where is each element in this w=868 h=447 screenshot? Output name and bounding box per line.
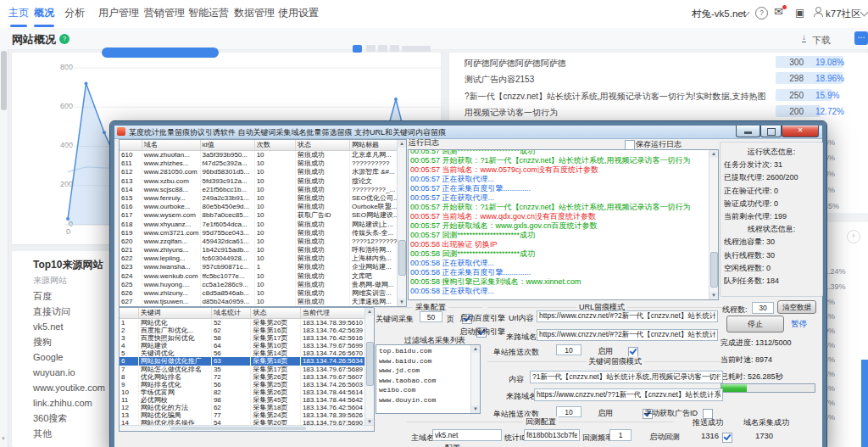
source-list-item[interactable]: www.youtike.com [33,380,105,395]
table-row[interactable]: 6网站如何做优化推广63采集第18页183.134.74.26:5634 [120,357,374,365]
window-titlebar[interactable]: 某度统计批量留痕协议引诱软件 自动关键词采集域名批量筛选留痕 支持URL和关键词… [114,126,822,139]
column-header[interactable] [120,140,142,150]
source-list-item[interactable]: 直接访问 [33,304,105,319]
next-arrow-icon[interactable]: › [847,230,860,243]
help-badge-icon[interactable]: ? [59,34,70,44]
log-scrollbar[interactable]: ▲ ▼ [709,150,718,299]
source-list-item[interactable]: 360搜索 [33,411,105,426]
minimize-button[interactable] [736,126,760,137]
table-row[interactable]: 9网站排名优化56采集第25页183.134.74.26:5603 [120,381,374,388]
pages-input[interactable] [420,311,442,322]
pause-link[interactable]: 暂停 [791,319,807,330]
table-row[interactable]: 618www.xhyuanz...7e1f6054dca...10留痕成功网站建… [120,221,406,229]
table-row[interactable]: 2百度推广和优化...62采集第16页183.134.76.42:5639 [120,327,374,334]
table-row[interactable]: 611www.zhizhes...f47d25c392a...10留痕成功???… [120,159,406,168]
table-row[interactable]: 5关键词优化56采集第14页183.134.74.26:5670 [120,349,374,357]
source-list-item[interactable]: 其他 [33,426,105,441]
column-header[interactable]: 域名统计 [212,308,252,318]
close-button[interactable]: ✕ [782,126,819,137]
scroll-down-arrow[interactable]: ▼ [471,405,480,413]
filter-domain-item[interactable]: weibo.com [379,385,477,395]
table-row[interactable]: 614www.scjsc88...e21f56bcc1b...10留痕成功???… [120,186,406,194]
table-row[interactable]: 4网站建设64采集第10页183.134.79.67:5699 [120,342,374,349]
table-row[interactable]: 617www.wysem.com8bb7a0cec85...10获取广告iDSE… [120,211,406,220]
table-row[interactable]: 13网站优化骗局77采集第24页183.134.78.39:5626 [120,411,374,419]
table-row[interactable]: 11必优网校98采集第45页183.134.78.44:5642 [120,396,374,404]
stat-id-input[interactable] [524,429,580,441]
domain-table-scrollbar[interactable]: ▲ ▼ [397,140,406,306]
table-row[interactable]: 622www.lepiing...fc603044928...10留痕成功上海林… [120,254,406,263]
nav-marketing[interactable]: 营销管理 [144,6,185,20]
table-row[interactable]: 12网站优化的方法62采集第18页183.134.76.42:5604 [120,404,374,411]
backtest-enable-checkbox[interactable] [722,433,732,443]
nav-data[interactable]: 数据管理 [234,6,275,20]
list-item[interactable]: 阿萨德阿萨德阿萨德阿萨德 [465,58,776,70]
source-list-item[interactable]: wuyuan.io [33,365,105,380]
listbox-scrollbar[interactable]: ▲ ▼ [470,345,480,413]
url-content-input[interactable] [537,310,718,322]
kw-push-count-input[interactable] [556,406,581,417]
scrollbar-thumb[interactable] [170,427,306,430]
table-row[interactable]: 613www.xzbu.com5fd393c912a...10留痕成功搜论文 [120,177,406,186]
community-link[interactable]: k77社区 [826,8,861,20]
nav-users[interactable]: 用户管理 [98,6,139,20]
keyword-table-hscrollbar[interactable] [120,425,374,431]
page-scrollbar-thumb[interactable] [1,51,7,110]
table-row[interactable]: 624www.wenkub.comffc5bc1077e...10留痕成功文库吧 [120,272,406,281]
account-name[interactable]: 村兔-vk5.net [692,8,746,20]
clear-data-button[interactable]: 清空数据 [777,300,816,314]
filter-domain-item[interactable]: top.baidu.com [379,346,477,356]
column-header[interactable] [120,308,139,318]
list-item[interactable]: ?新一代【cnzzv.net】站长统计系统,用视频记录访客一切行为!实时数据,支… [465,91,776,103]
column-header[interactable]: 当前代理 [301,308,374,318]
stop-button[interactable]: 停止 [726,316,784,332]
source-list-item[interactable]: Google [33,349,105,365]
gift-icon[interactable]: ▣ [795,7,804,19]
filter-domain-listbox[interactable]: top.baidu.comwww.baidu.comwww.jd.comwww.… [376,344,481,414]
range-button-hour[interactable] [366,45,376,52]
source-list-item[interactable]: vk5.net [33,319,105,334]
run-log-box[interactable]: 00:05:57 回测*********************成功00:05:… [408,149,719,300]
table-row[interactable]: 619www.cm3721.com95d755ce043...10留痕成功传媒头… [120,229,406,237]
nav-home[interactable]: 主页 [8,6,29,20]
nav-overview[interactable]: 概况 [34,6,54,20]
nav-settings[interactable]: 使用设置 [278,6,319,20]
list-item[interactable]: 用视频记录访客一切行为 [465,107,776,119]
thread-count-input[interactable] [752,302,774,314]
kw-content-input[interactable] [530,371,723,383]
source-list-item[interactable]: link.zhihu.com [33,395,105,411]
scroll-up-arrow[interactable]: ▲ [471,345,480,353]
table-row[interactable]: 626www.zhizuny...c8d5a8546ab...10留痕成功网维实… [120,289,406,298]
nav-analysis[interactable]: 分析 [64,6,85,20]
table-row[interactable]: 7网站怎么做优化排名35采集第17页183.134.79.67:5689 [120,366,374,373]
table-row[interactable]: 621www.zhiyuns...1b42c915adb...10留痕成功呼和浩… [120,246,406,254]
chat-icon[interactable]: ⋯ [854,31,868,45]
scroll-down-arrow[interactable]: ▼ [709,292,718,299]
source-list-item[interactable]: 搜狗 [33,334,105,349]
column-header[interactable]: 次数 [255,140,296,150]
scrollbar-thumb[interactable] [710,252,718,288]
table-row[interactable]: 1网站优化52采集第20页183.134.78.39:5610 [120,319,374,327]
table-row[interactable]: 623www.iwansha...957cb90871c...1留痕成功企业网站… [120,263,406,271]
scroll-up-arrow[interactable]: ▲ [398,140,406,148]
scroll-down-arrow[interactable]: ▼ [398,299,406,306]
url-push-count-input[interactable] [556,344,581,355]
column-header[interactable]: 域名 [142,140,201,150]
keyword-table-scrollbar[interactable]: ▲ ▼ [364,308,374,426]
table-row[interactable]: 10学练优富网82采集第26页183.134.78.44:5614 [120,388,374,396]
table-row[interactable]: 3百度快照如何优化58采集第17页183.134.76.42:5616 [120,334,374,342]
column-header[interactable]: 状态 [251,308,300,318]
compare-toggle-icon[interactable] [353,45,362,53]
column-header[interactable]: 关键词 [139,308,212,318]
table-row[interactable]: 615www.fenruiy...249a2c33b91...10留痕成功SEO… [120,194,406,203]
scrollbar-thumb[interactable] [366,342,374,386]
nav-smartops[interactable]: 智能运营 [188,6,229,20]
table-row[interactable]: 625www.huyong....cc5a1e286c9...10留痕成功贵易网… [120,281,406,289]
scroll-up-arrow[interactable]: ▲ [365,308,374,316]
page-scrollbar[interactable]: ▼ [0,49,8,447]
maximize-button[interactable] [760,126,782,137]
scroll-up-arrow[interactable]: ▲ [709,150,718,158]
filter-domain-item[interactable]: www.jd.com [379,366,477,376]
column-header[interactable]: 状态 [296,140,350,150]
table-row[interactable]: 616www.ourboke...80e5b450e9d...10留痕成功Our… [120,203,406,211]
